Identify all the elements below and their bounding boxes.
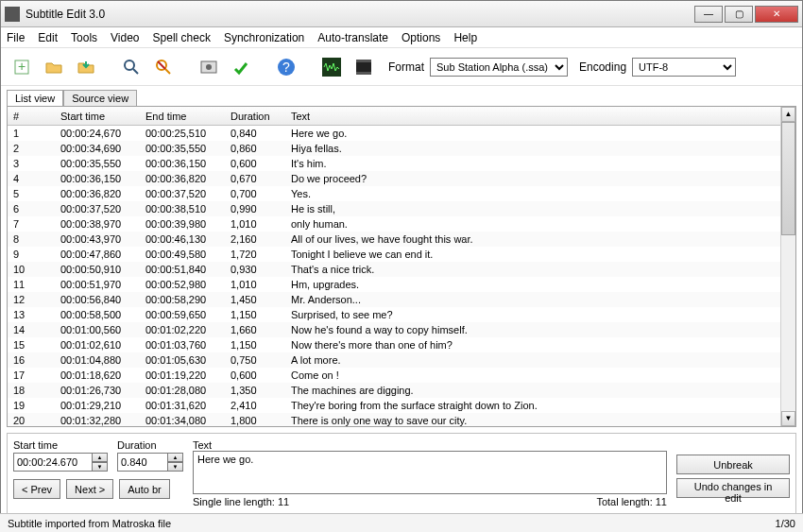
menu-sync[interactable]: Synchronization <box>224 31 304 44</box>
format-combo[interactable]: Sub Station Alpha (.ssa) <box>430 58 568 77</box>
spin-up-icon[interactable]: ▲ <box>168 453 183 462</box>
table-row[interactable]: 600:00:37,52000:00:38,5100,990He is stil… <box>8 201 780 216</box>
text-label: Text <box>193 439 667 451</box>
toolbar: + ? Format Sub Station Alpha (.ssa) Enco… <box>1 48 802 86</box>
autobr-button[interactable]: Auto br <box>119 479 169 499</box>
subtitle-table: # Start time End time Duration Text 100:… <box>7 106 796 427</box>
table-row[interactable]: 100:00:24,67000:00:25,5100,840Here we go… <box>8 126 780 141</box>
view-tabs: List view Source view <box>7 90 796 106</box>
visual-sync-button[interactable] <box>196 54 222 80</box>
col-number[interactable]: # <box>8 111 55 122</box>
menu-tools[interactable]: Tools <box>71 31 97 44</box>
table-row[interactable]: 700:00:38,97000:00:39,9801,010only human… <box>8 216 780 232</box>
table-row[interactable]: 900:00:47,86000:00:49,5801,720Tonight I … <box>8 247 780 262</box>
col-duration[interactable]: Duration <box>225 111 285 122</box>
single-line-length: Single line length: 11 <box>193 496 289 507</box>
svg-rect-13 <box>356 60 371 62</box>
col-start[interactable]: Start time <box>55 111 140 122</box>
app-icon <box>5 7 20 22</box>
table-row[interactable]: 1100:00:51,97000:00:52,9801,010Hm, upgra… <box>8 277 780 292</box>
svg-rect-12 <box>356 61 371 73</box>
table-row[interactable]: 1400:01:00,56000:01:02,2201,660Now he's … <box>8 322 780 337</box>
table-body[interactable]: 100:00:24,67000:00:25,5100,840Here we go… <box>8 126 780 426</box>
start-time-spinner[interactable]: ▲▼ <box>13 453 108 472</box>
vertical-scrollbar[interactable]: ▲ ▼ <box>780 107 795 426</box>
table-row[interactable]: 300:00:35,55000:00:36,1500,600It's him. <box>8 156 780 171</box>
scroll-thumb[interactable] <box>781 122 795 235</box>
new-button[interactable]: + <box>9 54 35 80</box>
help-button[interactable]: ? <box>273 54 299 80</box>
table-row[interactable]: 200:00:34,69000:00:35,5500,860Hiya fella… <box>8 141 780 156</box>
save-button[interactable] <box>73 54 99 80</box>
spin-down-icon[interactable]: ▼ <box>168 462 183 472</box>
undo-edit-button[interactable]: Undo changes in edit <box>676 478 790 498</box>
duration-input[interactable] <box>117 453 168 472</box>
svg-line-5 <box>165 69 170 74</box>
titlebar: Subtitle Edit 3.0 — ▢ ✕ <box>1 1 802 27</box>
table-row[interactable]: 800:00:43,97000:00:46,1302,160All of our… <box>8 232 780 247</box>
menu-file[interactable]: File <box>7 31 25 44</box>
col-text[interactable]: Text <box>285 111 780 122</box>
encoding-label: Encoding <box>579 60 626 74</box>
video-button[interactable] <box>350 54 377 80</box>
scroll-down-icon[interactable]: ▼ <box>781 411 795 426</box>
status-position: 1/30 <box>776 518 795 529</box>
tab-listview[interactable]: List view <box>7 90 63 106</box>
menu-options[interactable]: Options <box>402 31 440 44</box>
text-input[interactable]: Here we go. <box>193 451 667 494</box>
close-button[interactable]: ✕ <box>755 6 798 23</box>
total-length: Total length: 11 <box>596 496 667 507</box>
menu-video[interactable]: Video <box>111 31 139 44</box>
menu-help[interactable]: Help <box>453 31 477 44</box>
svg-rect-14 <box>356 72 371 75</box>
edit-pane: Start time ▲▼ Duration ▲▼ < Prev Next > … <box>7 433 796 514</box>
format-label: Format <box>388 60 424 74</box>
replace-button[interactable] <box>150 54 177 80</box>
svg-point-2 <box>125 60 134 70</box>
table-row[interactable]: 1600:01:04,88000:01:05,6300,750A lot mor… <box>8 352 780 368</box>
open-button[interactable] <box>41 54 67 80</box>
menu-edit[interactable]: Edit <box>38 31 58 44</box>
duration-label: Duration <box>117 439 183 451</box>
table-row[interactable]: 500:00:36,82000:00:37,5200,700Yes. <box>8 186 780 201</box>
svg-line-6 <box>158 61 165 69</box>
menubar: File Edit Tools Video Spell check Synchr… <box>1 27 802 48</box>
waveform-button[interactable] <box>318 54 345 80</box>
table-header: # Start time End time Duration Text <box>8 107 780 126</box>
status-bar: Subtitle imported from Matroska file 1/3… <box>0 513 803 532</box>
start-time-input[interactable] <box>13 453 93 472</box>
table-row[interactable]: 1300:00:58,50000:00:59,6501,150Surprised… <box>8 307 780 322</box>
svg-text:+: + <box>18 59 26 74</box>
status-message: Subtitle imported from Matroska file <box>8 518 171 529</box>
spellcheck-button[interactable] <box>228 54 254 80</box>
table-row[interactable]: 1200:00:56,84000:00:58,2901,450Mr. Ander… <box>8 292 780 307</box>
window-title: Subtitle Edit 3.0 <box>26 8 692 21</box>
find-button[interactable] <box>118 54 145 80</box>
next-button[interactable]: Next > <box>66 479 113 499</box>
table-row[interactable]: 400:00:36,15000:00:36,8200,670Do we proc… <box>8 171 780 186</box>
minimize-button[interactable]: — <box>694 6 723 23</box>
table-row[interactable]: 1800:01:26,73000:01:28,0801,350The machi… <box>8 383 780 398</box>
menu-autotranslate[interactable]: Auto-translate <box>317 31 388 44</box>
encoding-combo[interactable]: UTF-8 <box>632 58 736 77</box>
duration-spinner[interactable]: ▲▼ <box>117 453 183 472</box>
svg-point-8 <box>206 64 212 70</box>
unbreak-button[interactable]: Unbreak <box>676 455 790 474</box>
prev-button[interactable]: < Prev <box>13 479 60 499</box>
scroll-up-icon[interactable]: ▲ <box>781 107 795 122</box>
menu-spellcheck[interactable]: Spell check <box>153 31 211 44</box>
table-row[interactable]: 2000:01:32,28000:01:34,0801,800There is … <box>8 413 780 426</box>
spin-down-icon[interactable]: ▼ <box>93 462 108 472</box>
svg-text:?: ? <box>282 60 290 75</box>
start-time-label: Start time <box>13 439 108 451</box>
spin-up-icon[interactable]: ▲ <box>93 453 108 462</box>
svg-rect-11 <box>322 58 341 77</box>
table-row[interactable]: 1900:01:29,21000:01:31,6202,410They're b… <box>8 398 780 413</box>
table-row[interactable]: 1700:01:18,62000:01:19,2200,600Come on ! <box>8 368 780 383</box>
col-end[interactable]: End time <box>140 111 225 122</box>
tab-sourceview[interactable]: Source view <box>63 90 137 106</box>
table-row[interactable]: 1500:01:02,61000:01:03,7601,150Now there… <box>8 337 780 352</box>
svg-line-3 <box>133 69 138 74</box>
maximize-button[interactable]: ▢ <box>725 6 753 23</box>
table-row[interactable]: 1000:00:50,91000:00:51,8400,930That's a … <box>8 262 780 277</box>
